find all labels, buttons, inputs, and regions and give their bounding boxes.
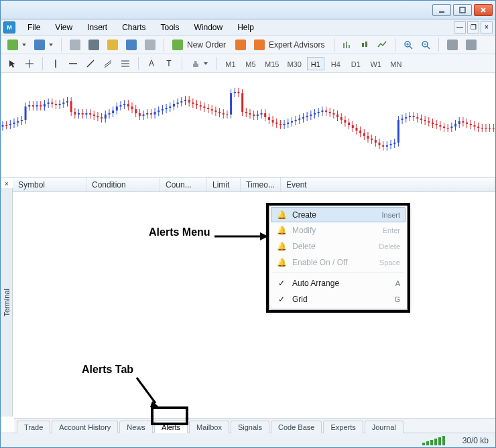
fibo-button[interactable] [118, 56, 133, 71]
svg-rect-237 [401, 119, 404, 120]
candle-chart-icon [360, 40, 369, 50]
svg-rect-255 [436, 124, 438, 125]
svg-rect-137 [211, 109, 213, 110]
menu-tools[interactable]: Tools [154, 21, 186, 34]
mdi-close-button[interactable]: × [481, 21, 493, 33]
svg-rect-221 [371, 139, 373, 140]
window-close-button[interactable] [474, 4, 493, 16]
svg-rect-83 [108, 113, 110, 115]
svg-rect-193 [318, 112, 320, 113]
profiles-button[interactable] [32, 38, 56, 52]
svg-rect-219 [367, 136, 369, 139]
timeframe-w1[interactable]: W1 [367, 57, 385, 70]
svg-rect-165 [264, 113, 266, 117]
candle-chart-button[interactable] [357, 38, 372, 52]
chartshift-button[interactable] [463, 38, 479, 52]
datawindow-icon [107, 40, 118, 50]
col-counter[interactable]: Coun... [160, 177, 207, 192]
tab-experts[interactable]: Experts [323, 421, 363, 433]
mdi-minimize-button[interactable]: — [454, 21, 466, 33]
trendline-button[interactable] [83, 56, 98, 71]
window-minimize-button[interactable] [432, 4, 451, 16]
svg-rect-175 [284, 124, 286, 125]
menu-insert[interactable]: Insert [80, 21, 114, 34]
svg-rect-153 [241, 93, 243, 112]
timeframe-h1[interactable]: H1 [307, 57, 324, 70]
menu-help[interactable]: Help [231, 21, 261, 34]
col-limit[interactable]: Limit [207, 177, 241, 192]
tab-news[interactable]: News [119, 421, 153, 433]
mdi-restore-button[interactable]: ❐ [467, 21, 479, 33]
menu-file[interactable]: File [21, 21, 47, 34]
zoom-in-button[interactable] [401, 38, 416, 52]
tab-codebase[interactable]: Code Base [271, 421, 322, 433]
svg-rect-243 [413, 116, 415, 117]
svg-rect-171 [275, 123, 277, 124]
terminal-button[interactable] [123, 38, 139, 52]
bar-chart-button[interactable] [340, 38, 355, 52]
tab-mailbox[interactable]: Mailbox [189, 421, 229, 433]
line-chart-button[interactable] [375, 38, 389, 52]
timeframe-m5[interactable]: M5 [242, 57, 259, 70]
svg-rect-181 [295, 120, 297, 121]
text-button[interactable]: A [144, 56, 159, 71]
annotation-box-menu [266, 203, 410, 313]
col-timeout[interactable]: Timeo... [241, 177, 281, 192]
col-condition[interactable]: Condition [86, 177, 160, 192]
market-watch-button[interactable] [67, 38, 83, 52]
svg-rect-257 [439, 125, 441, 127]
timeframe-m15[interactable]: M15 [262, 57, 282, 70]
tab-journal[interactable]: Journal [365, 421, 404, 433]
price-chart[interactable] [1, 73, 495, 177]
navigator-button[interactable] [86, 38, 102, 52]
svg-marker-25 [204, 62, 208, 65]
timeframe-h4[interactable]: H4 [327, 57, 345, 70]
menu-view[interactable]: View [48, 21, 79, 34]
vertical-line-button[interactable] [48, 56, 63, 71]
svg-rect-101 [143, 115, 145, 116]
col-symbol[interactable]: Symbol [13, 177, 86, 192]
new-chart-button[interactable] [5, 38, 29, 52]
window-maximize-button[interactable] [453, 4, 472, 16]
timeframe-mn[interactable]: MN [387, 57, 405, 70]
cursor-button[interactable] [5, 56, 19, 71]
col-event[interactable]: Event [281, 177, 495, 192]
tab-trade[interactable]: Trade [17, 421, 50, 433]
navigator-icon [88, 40, 99, 50]
menu-charts[interactable]: Charts [115, 21, 152, 34]
expert-advisors-button[interactable]: Expert Advisors [251, 38, 328, 52]
autoscroll-button[interactable] [444, 38, 460, 52]
terminal-close-button[interactable]: × [2, 179, 11, 188]
svg-rect-285 [493, 128, 495, 129]
svg-rect-251 [428, 121, 430, 123]
data-window-button[interactable] [105, 38, 121, 52]
channel-button[interactable] [101, 56, 115, 71]
svg-rect-35 [17, 121, 19, 123]
svg-rect-227 [382, 145, 384, 147]
svg-rect-149 [234, 92, 236, 93]
plus-icon [7, 40, 18, 50]
timeframe-d1[interactable]: D1 [347, 57, 365, 70]
menu-window[interactable]: Window [188, 21, 230, 34]
svg-rect-55 [55, 104, 57, 105]
arrows-button[interactable] [188, 56, 210, 71]
tab-account-history[interactable]: Account History [52, 421, 118, 433]
metaeditor-button[interactable] [233, 38, 249, 52]
svg-rect-215 [359, 131, 361, 133]
zoom-out-button[interactable] [418, 38, 433, 52]
text-label-button[interactable]: T [162, 56, 176, 71]
metaeditor-icon [235, 40, 246, 50]
new-order-button[interactable]: New Order [170, 38, 230, 52]
horizontal-line-button[interactable] [66, 56, 80, 71]
svg-rect-288 [430, 440, 433, 445]
tab-signals[interactable]: Signals [231, 421, 269, 433]
svg-rect-249 [424, 120, 426, 121]
strategy-tester-button[interactable] [142, 38, 158, 52]
svg-marker-4 [22, 44, 26, 46]
svg-rect-71 [85, 113, 87, 115]
timeframe-m1[interactable]: M1 [222, 57, 239, 70]
timeframe-m30[interactable]: M30 [284, 57, 304, 70]
crosshair-button[interactable] [22, 56, 37, 71]
expert-icon [254, 40, 265, 50]
alerts-list-area[interactable] [13, 192, 495, 418]
